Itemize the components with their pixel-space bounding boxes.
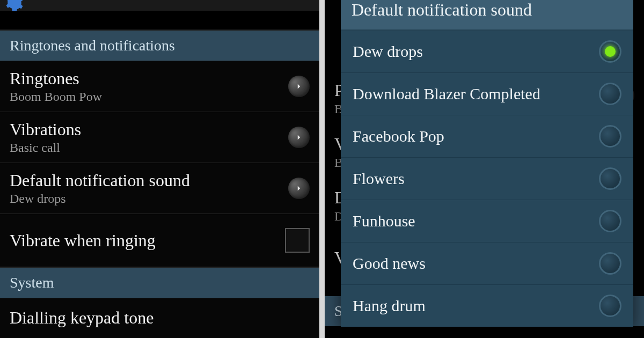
row-title: Vibrations	[10, 120, 81, 139]
option-label: Dew drops	[353, 42, 423, 61]
option-flowers[interactable]: Flowers	[341, 158, 633, 200]
row-dialling[interactable]: Dialling keypad tone	[0, 298, 319, 338]
row-default-notification[interactable]: Default notification sound Dew drops	[0, 163, 319, 214]
option-funhouse[interactable]: Funhouse	[341, 200, 633, 243]
row-vibrate-ringing[interactable]: Vibrate when ringing	[0, 214, 319, 267]
section-ringtones: Ringtones and notifications	[0, 30, 319, 61]
row-sub: Basic call	[10, 141, 81, 155]
option-label: Hang drum	[353, 297, 426, 315]
option-label: Facebook Pop	[353, 127, 444, 145]
row-title: Default notification sound	[10, 171, 190, 190]
radio-icon	[599, 83, 621, 105]
row-title: Dialling keypad tone	[10, 308, 153, 328]
settings-gear-icon	[5, 0, 24, 12]
option-label: Good news	[353, 254, 426, 273]
radio-icon	[599, 252, 621, 275]
chevron-right-icon	[288, 178, 310, 199]
option-facebook-pop[interactable]: Facebook Pop	[341, 115, 633, 158]
row-sub: Dew drops	[10, 192, 190, 206]
notification-sound-dialog: Default notification sound Dew drops Dow…	[341, 0, 633, 327]
row-title: Vibrate when ringing	[10, 231, 156, 251]
option-label: Download Blazer Completed	[353, 85, 540, 103]
row-ringtones[interactable]: Ringtones Boom Boom Pow	[0, 61, 319, 112]
option-label: Funhouse	[353, 212, 415, 230]
radio-icon	[599, 295, 621, 317]
radio-icon	[599, 125, 621, 148]
chevron-right-icon	[288, 76, 310, 97]
option-label: Flowers	[353, 170, 405, 188]
phone-right: P B V B D D V S Default notification sou…	[325, 0, 644, 338]
option-download-blazer[interactable]: Download Blazer Completed	[341, 73, 633, 115]
phone-left: Sound Ringtones and notifications Ringto…	[0, 0, 319, 338]
radio-selected-icon	[599, 40, 621, 63]
chevron-right-icon	[288, 127, 310, 148]
row-vibrations[interactable]: Vibrations Basic call	[0, 112, 319, 163]
radio-icon	[599, 210, 621, 232]
row-title: Ringtones	[10, 69, 102, 89]
checkbox-unchecked[interactable]	[285, 228, 310, 253]
option-dew-drops[interactable]: Dew drops	[341, 31, 633, 73]
radio-icon	[599, 167, 621, 190]
dialog-title: Default notification sound	[341, 0, 633, 31]
option-good-news[interactable]: Good news	[341, 243, 633, 285]
section-system: System	[0, 267, 319, 298]
option-hang-drum[interactable]: Hang drum	[341, 285, 633, 327]
spacer	[0, 11, 319, 30]
row-sub: Boom Boom Pow	[10, 90, 102, 104]
titlebar: Sound	[0, 0, 319, 11]
